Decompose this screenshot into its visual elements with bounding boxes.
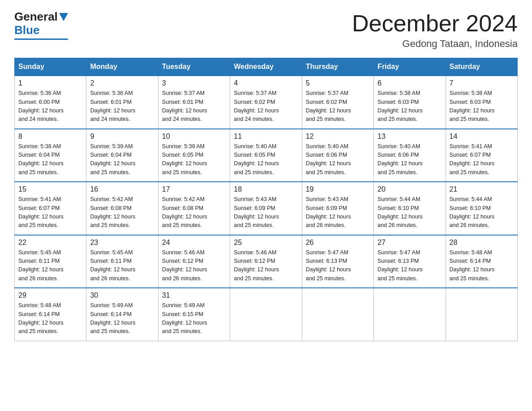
day-info: Sunrise: 5:42 AMSunset: 6:08 PMDaylight:… [90, 195, 154, 230]
page-header: General Blue December 2024 Gedong Tataan… [14, 11, 518, 50]
col-friday: Friday [374, 58, 446, 76]
day-number: 23 [90, 239, 154, 247]
day-info: Sunrise: 5:37 AMSunset: 6:02 PMDaylight:… [234, 89, 298, 124]
table-row: 21Sunrise: 5:44 AMSunset: 6:10 PMDayligh… [446, 182, 517, 235]
col-saturday: Saturday [446, 58, 517, 76]
day-number: 11 [234, 133, 298, 141]
table-row: 10Sunrise: 5:39 AMSunset: 6:05 PMDayligh… [158, 129, 230, 182]
table-row: 24Sunrise: 5:46 AMSunset: 6:12 PMDayligh… [158, 235, 230, 288]
day-number: 3 [162, 79, 226, 87]
table-row: 2Sunrise: 5:36 AMSunset: 6:01 PMDaylight… [86, 76, 158, 129]
day-number: 31 [162, 291, 226, 300]
table-row: 18Sunrise: 5:43 AMSunset: 6:09 PMDayligh… [230, 182, 302, 235]
table-row: 3Sunrise: 5:37 AMSunset: 6:01 PMDaylight… [158, 76, 230, 129]
col-thursday: Thursday [302, 58, 373, 76]
day-number: 24 [162, 239, 226, 247]
calendar-table: Sunday Monday Tuesday Wednesday Thursday… [14, 58, 518, 341]
table-row [374, 288, 446, 341]
table-row: 23Sunrise: 5:45 AMSunset: 6:11 PMDayligh… [86, 235, 158, 288]
day-info: Sunrise: 5:47 AMSunset: 6:13 PMDaylight:… [378, 248, 442, 283]
calendar-week-row: 1Sunrise: 5:36 AMSunset: 6:00 PMDaylight… [15, 76, 518, 129]
table-row: 27Sunrise: 5:47 AMSunset: 6:13 PMDayligh… [374, 235, 446, 288]
col-tuesday: Tuesday [158, 58, 230, 76]
table-row: 17Sunrise: 5:42 AMSunset: 6:08 PMDayligh… [158, 182, 230, 235]
calendar-title-block: December 2024 Gedong Tataan, Indonesia [352, 11, 518, 50]
logo-general-text: General [14, 11, 58, 22]
day-info: Sunrise: 5:41 AMSunset: 6:07 PMDaylight:… [18, 195, 82, 230]
table-row: 8Sunrise: 5:38 AMSunset: 6:04 PMDaylight… [15, 129, 86, 182]
table-row: 29Sunrise: 5:48 AMSunset: 6:14 PMDayligh… [15, 288, 86, 341]
table-row: 28Sunrise: 5:48 AMSunset: 6:14 PMDayligh… [446, 235, 517, 288]
table-row: 14Sunrise: 5:41 AMSunset: 6:07 PMDayligh… [446, 129, 517, 182]
day-info: Sunrise: 5:36 AMSunset: 6:00 PMDaylight:… [18, 89, 82, 124]
col-wednesday: Wednesday [230, 58, 302, 76]
table-row: 26Sunrise: 5:47 AMSunset: 6:13 PMDayligh… [302, 235, 373, 288]
day-info: Sunrise: 5:39 AMSunset: 6:04 PMDaylight:… [90, 142, 154, 177]
day-number: 25 [234, 239, 298, 247]
day-number: 18 [234, 185, 298, 193]
table-row: 6Sunrise: 5:38 AMSunset: 6:03 PMDaylight… [374, 76, 446, 129]
day-info: Sunrise: 5:37 AMSunset: 6:02 PMDaylight:… [306, 89, 370, 124]
table-row: 12Sunrise: 5:40 AMSunset: 6:06 PMDayligh… [302, 129, 373, 182]
day-number: 12 [306, 133, 370, 141]
day-info: Sunrise: 5:44 AMSunset: 6:10 PMDaylight:… [378, 195, 442, 230]
day-number: 6 [378, 79, 442, 87]
table-row: 30Sunrise: 5:49 AMSunset: 6:14 PMDayligh… [86, 288, 158, 341]
day-number: 9 [90, 133, 154, 141]
table-row [302, 288, 373, 341]
table-row: 13Sunrise: 5:40 AMSunset: 6:06 PMDayligh… [374, 129, 446, 182]
day-info: Sunrise: 5:40 AMSunset: 6:06 PMDaylight:… [378, 142, 442, 177]
table-row: 7Sunrise: 5:38 AMSunset: 6:03 PMDaylight… [446, 76, 517, 129]
table-row: 11Sunrise: 5:40 AMSunset: 6:05 PMDayligh… [230, 129, 302, 182]
day-info: Sunrise: 5:48 AMSunset: 6:14 PMDaylight:… [18, 301, 82, 336]
day-number: 19 [306, 185, 370, 193]
day-number: 2 [90, 79, 154, 87]
day-info: Sunrise: 5:36 AMSunset: 6:01 PMDaylight:… [90, 89, 154, 124]
table-row: 22Sunrise: 5:45 AMSunset: 6:11 PMDayligh… [15, 235, 86, 288]
day-number: 28 [450, 239, 514, 247]
day-number: 1 [18, 79, 82, 87]
day-info: Sunrise: 5:44 AMSunset: 6:10 PMDaylight:… [450, 195, 514, 230]
day-number: 13 [378, 133, 442, 141]
day-info: Sunrise: 5:38 AMSunset: 6:03 PMDaylight:… [450, 89, 514, 124]
day-number: 20 [378, 185, 442, 193]
table-row [446, 288, 517, 341]
table-row: 25Sunrise: 5:46 AMSunset: 6:12 PMDayligh… [230, 235, 302, 288]
day-info: Sunrise: 5:43 AMSunset: 6:09 PMDaylight:… [306, 195, 370, 230]
calendar-week-row: 29Sunrise: 5:48 AMSunset: 6:14 PMDayligh… [15, 288, 518, 341]
day-info: Sunrise: 5:49 AMSunset: 6:14 PMDaylight:… [90, 301, 154, 336]
table-row: 20Sunrise: 5:44 AMSunset: 6:10 PMDayligh… [374, 182, 446, 235]
day-info: Sunrise: 5:45 AMSunset: 6:11 PMDaylight:… [90, 248, 154, 283]
day-number: 29 [18, 291, 82, 300]
day-info: Sunrise: 5:40 AMSunset: 6:06 PMDaylight:… [306, 142, 370, 177]
day-number: 26 [306, 239, 370, 247]
location-subtitle: Gedong Tataan, Indonesia [352, 38, 518, 50]
day-number: 5 [306, 79, 370, 87]
table-row: 4Sunrise: 5:37 AMSunset: 6:02 PMDaylight… [230, 76, 302, 129]
day-info: Sunrise: 5:39 AMSunset: 6:05 PMDaylight:… [162, 142, 226, 177]
day-info: Sunrise: 5:46 AMSunset: 6:12 PMDaylight:… [234, 248, 298, 283]
day-number: 22 [18, 239, 82, 247]
day-info: Sunrise: 5:45 AMSunset: 6:11 PMDaylight:… [18, 248, 82, 283]
day-number: 27 [378, 239, 442, 247]
table-row: 15Sunrise: 5:41 AMSunset: 6:07 PMDayligh… [15, 182, 86, 235]
calendar-week-row: 22Sunrise: 5:45 AMSunset: 6:11 PMDayligh… [15, 235, 518, 288]
day-number: 7 [450, 79, 514, 87]
table-row: 19Sunrise: 5:43 AMSunset: 6:09 PMDayligh… [302, 182, 373, 235]
table-row: 16Sunrise: 5:42 AMSunset: 6:08 PMDayligh… [86, 182, 158, 235]
day-info: Sunrise: 5:46 AMSunset: 6:12 PMDaylight:… [162, 248, 226, 283]
day-number: 17 [162, 185, 226, 193]
day-info: Sunrise: 5:43 AMSunset: 6:09 PMDaylight:… [234, 195, 298, 230]
day-number: 8 [18, 133, 82, 141]
table-row: 5Sunrise: 5:37 AMSunset: 6:02 PMDaylight… [302, 76, 373, 129]
calendar-week-row: 8Sunrise: 5:38 AMSunset: 6:04 PMDaylight… [15, 129, 518, 182]
day-info: Sunrise: 5:38 AMSunset: 6:04 PMDaylight:… [18, 142, 82, 177]
calendar-week-row: 15Sunrise: 5:41 AMSunset: 6:07 PMDayligh… [15, 182, 518, 235]
col-monday: Monday [86, 58, 158, 76]
day-info: Sunrise: 5:41 AMSunset: 6:07 PMDaylight:… [450, 142, 514, 177]
table-row: 1Sunrise: 5:36 AMSunset: 6:00 PMDaylight… [15, 76, 86, 129]
table-row [230, 288, 302, 341]
day-number: 4 [234, 79, 298, 87]
day-info: Sunrise: 5:37 AMSunset: 6:01 PMDaylight:… [162, 89, 226, 124]
day-number: 10 [162, 133, 226, 141]
